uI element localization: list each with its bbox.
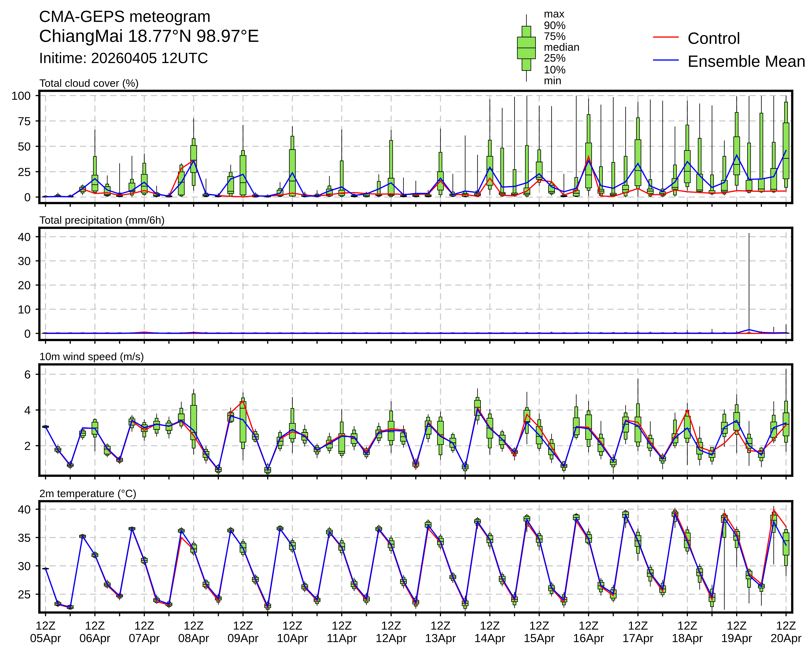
svg-text:11Apr: 11Apr	[327, 631, 357, 645]
svg-text:14Apr: 14Apr	[474, 631, 505, 645]
svg-text:12Z: 12Z	[480, 619, 500, 632]
svg-text:10%: 10%	[544, 64, 566, 76]
svg-text:10m wind speed (m/s): 10m wind speed (m/s)	[39, 350, 144, 362]
svg-text:35: 35	[18, 531, 31, 544]
svg-text:40: 40	[18, 231, 31, 243]
svg-text:09Apr: 09Apr	[228, 631, 258, 645]
svg-text:12Z: 12Z	[628, 619, 648, 632]
svg-text:12Z: 12Z	[430, 619, 450, 632]
svg-text:12Z: 12Z	[529, 619, 549, 632]
svg-text:12Z: 12Z	[332, 619, 352, 632]
svg-text:12Z: 12Z	[677, 619, 697, 632]
svg-text:19Apr: 19Apr	[721, 631, 752, 645]
svg-text:15Apr: 15Apr	[524, 631, 555, 645]
svg-text:12Z: 12Z	[184, 619, 203, 632]
svg-text:min: min	[544, 75, 561, 87]
svg-text:median: median	[544, 41, 580, 53]
svg-text:50: 50	[18, 140, 31, 153]
svg-text:40: 40	[18, 503, 31, 516]
svg-text:ChiangMai 18.77°N 98.97°E: ChiangMai 18.77°N 98.97°E	[39, 26, 259, 46]
svg-text:08Apr: 08Apr	[178, 631, 209, 645]
svg-text:16Apr: 16Apr	[573, 631, 604, 645]
svg-text:Total cloud cover (%): Total cloud cover (%)	[39, 77, 139, 89]
svg-text:12Z: 12Z	[85, 619, 105, 632]
svg-text:18Apr: 18Apr	[672, 631, 703, 645]
svg-text:max: max	[544, 8, 564, 20]
svg-text:12Z: 12Z	[381, 619, 401, 632]
svg-text:25: 25	[18, 165, 31, 179]
svg-text:12Z: 12Z	[282, 619, 302, 632]
svg-text:12Z: 12Z	[35, 619, 55, 632]
svg-text:30: 30	[18, 255, 31, 267]
svg-text:10Apr: 10Apr	[277, 631, 308, 645]
svg-text:Total precipitation (mm/6h): Total precipitation (mm/6h)	[39, 214, 165, 226]
svg-text:06Apr: 06Apr	[80, 631, 110, 645]
svg-text:12Z: 12Z	[134, 619, 154, 632]
svg-text:12Z: 12Z	[776, 619, 796, 632]
svg-text:12Z: 12Z	[579, 619, 599, 632]
svg-text:25: 25	[18, 588, 31, 601]
svg-text:30: 30	[18, 559, 31, 573]
svg-text:2m temperature (°C): 2m temperature (°C)	[39, 487, 136, 500]
svg-text:17Apr: 17Apr	[622, 631, 653, 645]
svg-text:100: 100	[11, 89, 31, 102]
svg-text:CMA-GEPS meteogram: CMA-GEPS meteogram	[39, 7, 211, 25]
svg-text:07Apr: 07Apr	[129, 631, 160, 645]
svg-text:4: 4	[24, 404, 31, 417]
svg-text:2: 2	[24, 439, 31, 452]
svg-text:Initime: 20260405 12UTC: Initime: 20260405 12UTC	[39, 50, 208, 66]
svg-text:12Apr: 12Apr	[376, 631, 407, 645]
svg-text:25%: 25%	[544, 52, 566, 64]
svg-text:12Z: 12Z	[233, 619, 253, 632]
svg-text:12Z: 12Z	[727, 619, 746, 632]
svg-text:20: 20	[18, 279, 31, 292]
svg-text:0: 0	[24, 191, 31, 204]
svg-text:10: 10	[18, 303, 31, 316]
svg-text:0: 0	[24, 327, 31, 340]
svg-text:75%: 75%	[544, 30, 566, 42]
svg-text:90%: 90%	[544, 19, 566, 31]
svg-text:Ensemble Mean: Ensemble Mean	[688, 52, 806, 70]
svg-text:13Apr: 13Apr	[425, 631, 456, 645]
svg-text:20Apr: 20Apr	[771, 631, 801, 645]
svg-text:05Apr: 05Apr	[30, 631, 61, 645]
svg-text:Control: Control	[688, 29, 740, 47]
svg-text:6: 6	[24, 368, 31, 381]
svg-text:75: 75	[18, 115, 31, 128]
